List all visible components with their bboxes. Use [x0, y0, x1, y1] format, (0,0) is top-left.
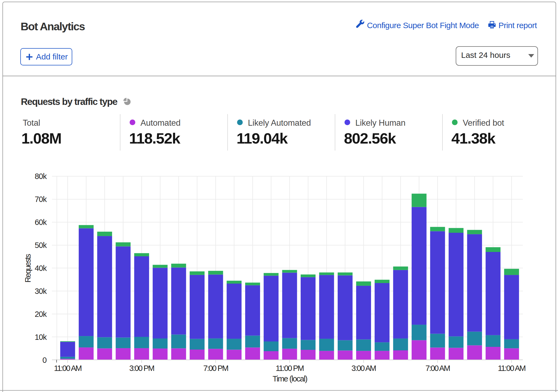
svg-text:0: 0 — [42, 356, 47, 364]
svg-text:80k: 80k — [35, 172, 47, 181]
svg-text:7:00 AM: 7:00 AM — [425, 364, 450, 373]
svg-text:11:00 AM: 11:00 AM — [54, 364, 81, 373]
svg-text:60k: 60k — [35, 218, 47, 227]
svg-text:11:00 PM: 11:00 PM — [276, 364, 304, 373]
svg-text:10k: 10k — [35, 333, 47, 341]
svg-text:50k: 50k — [35, 241, 47, 250]
svg-text:Time (local): Time (local) — [273, 374, 307, 383]
svg-text:70k: 70k — [35, 195, 47, 204]
svg-text:30k: 30k — [35, 287, 47, 295]
svg-text:Requests: Requests — [24, 254, 32, 283]
svg-text:3:00 AM: 3:00 AM — [352, 364, 376, 373]
svg-text:40k: 40k — [35, 264, 47, 273]
svg-text:7:00 PM: 7:00 PM — [203, 364, 228, 373]
svg-text:20k: 20k — [35, 310, 47, 318]
svg-text:3:00 PM: 3:00 PM — [129, 364, 154, 373]
svg-text:11:00 AM: 11:00 AM — [498, 364, 525, 373]
